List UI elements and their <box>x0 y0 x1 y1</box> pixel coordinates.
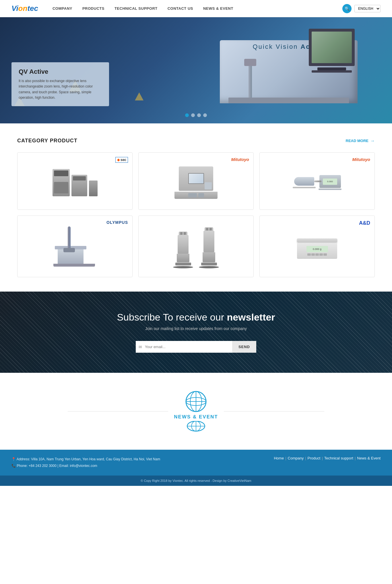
read-more-link[interactable]: READ MORE → <box>346 138 375 143</box>
sec-brand-logo: ◆ sec <box>115 157 128 163</box>
globe-icon-bottom <box>186 421 206 432</box>
navbar: Viontec COMPANY PRODUCTS TECHNICAL SUPPO… <box>0 0 392 17</box>
search-icon: 🔍 <box>345 6 350 11</box>
olympus-logo: OLYMPUS <box>106 220 128 225</box>
news-globe-icon-wrapper: NEWS & EVENT <box>174 390 218 432</box>
arrow-right-icon: → <box>370 138 375 143</box>
footer-phone-email: 📞 Phone: +84 243 202 3000 | Email: info@… <box>11 463 160 469</box>
category-section: CATEGORY PRODUCT READ MORE → ◆ sec <box>0 123 392 292</box>
footer-contact: 📍 Address: Villa 10A, Nam Trung Yen Urba… <box>11 456 160 469</box>
hero-description: It is also possible to exchange objectiv… <box>19 78 102 100</box>
nav-technical-support[interactable]: TECHNICAL SUPPORT <box>115 6 158 11</box>
dot-2[interactable] <box>191 113 195 117</box>
nav-news-event[interactable]: NEWS & EVENT <box>203 6 233 11</box>
newsletter-title-light: Subscribe To receive our <box>117 312 224 323</box>
micrometer-visual: 0.000 <box>293 175 341 190</box>
hero-title: QV Active <box>19 68 102 75</box>
nav-company[interactable]: COMPANY <box>53 6 72 11</box>
footer-copyright: © Copy Right 2018 by Viontec. All rights… <box>0 476 392 486</box>
footer-link-news[interactable]: News & Event <box>357 456 381 460</box>
footer-link-home[interactable]: Home <box>274 456 284 460</box>
footer: 📍 Address: Villa 10A, Nam Trung Yen Urba… <box>0 450 392 486</box>
phone-icon: 📞 <box>11 464 16 468</box>
email-input[interactable] <box>136 341 232 353</box>
warning-triangle-3 <box>135 92 143 100</box>
footer-link-product[interactable]: Product <box>308 456 321 460</box>
news-event-label: NEWS & EVENT <box>174 414 218 420</box>
product-card-5[interactable] <box>138 216 254 277</box>
newsletter-form: ✉ SEND <box>136 341 256 353</box>
newsletter-content: Subscribe To receive our newsletter Join… <box>11 312 381 353</box>
nav-right: 🔍 ENGLISH <box>342 4 381 13</box>
sep-4: | <box>355 456 356 460</box>
hero-banner: Quick Vision Active QV Active It is also… <box>0 17 392 123</box>
and-logo: A&D <box>359 220 370 226</box>
hero-machine-visual: Quick Vision Active <box>162 17 392 123</box>
newsletter-title-bold: newsletter <box>227 312 275 323</box>
footer-address: 📍 Address: Villa 10A, Nam Trung Yen Urba… <box>11 456 160 463</box>
product-grid: ◆ sec Mitutoyo <box>17 152 375 277</box>
nav-contact-us[interactable]: CONTACT US <box>168 6 193 11</box>
nav-links: COMPANY PRODUCTS TECHNICAL SUPPORT CONTA… <box>53 6 342 11</box>
search-button[interactable]: 🔍 <box>342 4 352 13</box>
product-card-3[interactable]: Mitutoyo 0.000 <box>259 152 375 210</box>
scale-visual: 0.000 g <box>297 238 337 259</box>
newsletter-title: Subscribe To receive our newsletter <box>11 312 381 323</box>
stereo-microscope-visual <box>173 227 219 268</box>
logo-on: on <box>18 4 28 13</box>
sec-machine-visual <box>53 169 98 196</box>
dot-4[interactable] <box>203 113 207 117</box>
product-card-4[interactable]: OLYMPUS <box>17 216 133 277</box>
nav-products[interactable]: PRODUCTS <box>82 6 104 11</box>
hero-card: QV Active It is also possible to exchang… <box>11 62 109 106</box>
sep-3: | <box>322 456 323 460</box>
footer-links: Home | Company | Product | Technical sup… <box>274 456 381 460</box>
olympus-microscope-visual <box>52 229 98 267</box>
sep-1: | <box>285 456 286 460</box>
footer-link-technical[interactable]: Technical support <box>324 456 353 460</box>
divider-left <box>68 411 168 412</box>
dot-3[interactable] <box>197 113 201 117</box>
language-select[interactable]: ENGLISH <box>354 5 381 12</box>
product-card-1[interactable]: ◆ sec <box>17 152 133 210</box>
product-card-6[interactable]: A&D 0.000 g <box>259 216 375 277</box>
copyright-text: © Copy Right 2018 by Viontec. All rights… <box>141 479 251 482</box>
send-button[interactable]: SEND <box>232 341 256 353</box>
footer-top: 📍 Address: Villa 10A, Nam Trung Yen Urba… <box>0 450 392 476</box>
read-more-label: READ MORE <box>346 139 368 143</box>
location-icon: 📍 <box>11 457 16 461</box>
email-wrapper: ✉ <box>136 341 232 353</box>
section-header: CATEGORY PRODUCT READ MORE → <box>17 138 375 144</box>
dot-1[interactable] <box>185 113 189 117</box>
category-title: CATEGORY PRODUCT <box>17 138 77 144</box>
hero-dots <box>185 113 207 117</box>
globe-icon <box>185 390 207 413</box>
mitutoyo-logo-1: Mitutoyo <box>231 157 249 162</box>
logo-vi: Vi <box>11 4 18 13</box>
email-icon: ✉ <box>139 345 142 349</box>
mitutoyo-logo-2: Mitutoyo <box>352 157 370 162</box>
logo[interactable]: Viontec <box>11 4 38 13</box>
divider-right <box>224 411 324 412</box>
footer-link-company[interactable]: Company <box>288 456 304 460</box>
newsletter-subtitle: Join our mailing list to receive updates… <box>11 326 381 331</box>
news-divider-container: NEWS & EVENT <box>11 390 381 432</box>
news-event-section: NEWS & EVENT <box>0 373 392 450</box>
mitutoyo-vision-visual <box>174 166 218 199</box>
logo-tec: tec <box>27 4 38 13</box>
sep-2: | <box>305 456 306 460</box>
newsletter-section: Subscribe To receive our newsletter Join… <box>0 292 392 373</box>
product-card-2[interactable]: Mitutoyo <box>138 152 254 210</box>
